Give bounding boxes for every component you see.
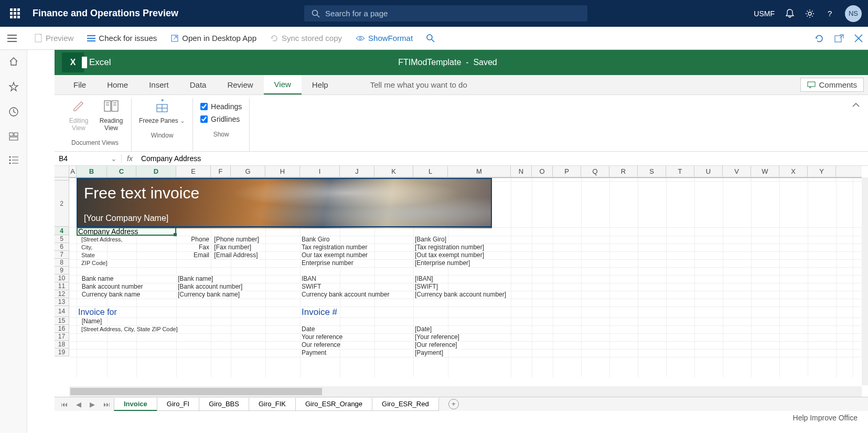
col-header-M[interactable]: M (448, 166, 511, 177)
col-header-D[interactable]: D (136, 166, 176, 177)
row-header[interactable]: 14 (55, 306, 69, 317)
row-header[interactable]: 15 (55, 317, 69, 325)
row-header[interactable]: 19 (55, 348, 69, 356)
select-all-corner[interactable] (55, 166, 69, 177)
row-header[interactable]: 13 (55, 298, 69, 306)
collapse-ribbon-icon[interactable] (848, 98, 864, 112)
col-header-T[interactable]: T (666, 166, 694, 177)
row-header[interactable]: 9 (55, 267, 69, 274)
app-launcher-icon[interactable] (6, 5, 23, 22)
user-avatar[interactable]: NS (845, 5, 862, 22)
col-header-B[interactable]: B (77, 166, 107, 177)
freeze-panes-button[interactable]: * Freeze Panes ⌄ (139, 98, 185, 124)
nav-toggle-icon[interactable] (7, 33, 20, 44)
tab-review[interactable]: Review (217, 75, 263, 94)
star-icon[interactable] (8, 81, 19, 92)
fx-icon[interactable]: fx (122, 154, 138, 163)
col-header-U[interactable]: U (694, 166, 723, 177)
tab-view[interactable]: View (264, 75, 302, 94)
sheet-tab-Giro_FIK[interactable]: Giro_FIK (249, 398, 296, 411)
row-header[interactable]: 4 (55, 227, 69, 235)
home-icon[interactable] (8, 56, 19, 67)
gear-icon[interactable] (805, 9, 815, 18)
row-header[interactable]: 17 (55, 333, 69, 341)
help-improve-link[interactable]: Help Improve Office (793, 414, 858, 422)
sheet-tab-Giro_BBS[interactable]: Giro_BBS (199, 398, 249, 411)
row-header[interactable]: 10 (55, 274, 69, 282)
row-header[interactable]: 16 (55, 325, 69, 333)
row-header[interactable]: 2 (55, 181, 69, 227)
open-desktop-button[interactable]: Open in Desktop App (170, 34, 256, 43)
formula-input[interactable]: Company Address (138, 154, 204, 163)
tab-insert[interactable]: Insert (138, 75, 179, 94)
col-header-Y[interactable]: Y (808, 166, 836, 177)
col-header-N[interactable]: N (511, 166, 532, 177)
tab-home[interactable]: Home (97, 75, 138, 94)
cell-content: [Bank name] (176, 275, 213, 283)
row-header[interactable]: 12 (55, 290, 69, 298)
headings-checkbox[interactable]: Headings (200, 102, 242, 111)
col-header-I[interactable]: I (300, 166, 340, 177)
col-header-S[interactable]: S (638, 166, 666, 177)
refresh-icon[interactable] (815, 34, 824, 43)
popout-icon[interactable] (834, 34, 844, 43)
horizontal-scrollbar[interactable] (69, 386, 862, 397)
last-sheet-icon[interactable]: ⏭ (99, 400, 114, 408)
gridlines-checkbox[interactable]: Gridlines (200, 115, 242, 123)
col-header-L[interactable]: L (413, 166, 448, 177)
row-header[interactable]: 5 (55, 235, 69, 243)
recent-icon[interactable] (8, 107, 19, 117)
col-header-W[interactable]: W (751, 166, 779, 177)
sheet-tab-Invoice[interactable]: Invoice (114, 398, 157, 411)
help-icon[interactable]: ? (825, 9, 834, 18)
tab-help[interactable]: Help (302, 75, 339, 94)
col-header-G[interactable]: G (231, 166, 265, 177)
col-header-R[interactable]: R (609, 166, 638, 177)
col-header-P[interactable]: P (553, 166, 581, 177)
row-header[interactable]: 11 (55, 282, 69, 290)
next-sheet-icon[interactable]: ▶ (85, 400, 99, 408)
col-header-O[interactable]: O (532, 166, 553, 177)
reading-view-button[interactable]: Reading View (99, 98, 124, 132)
close-icon[interactable] (854, 34, 863, 43)
workspace-icon[interactable] (8, 132, 19, 141)
sheet-tab-Giro_FI[interactable]: Giro_FI (157, 398, 199, 411)
row-header[interactable]: 7 (55, 251, 69, 259)
row-header[interactable]: 8 (55, 259, 69, 267)
comments-button[interactable]: Comments (800, 78, 864, 92)
global-search-input[interactable]: Search for a page (304, 5, 587, 22)
vertical-scrollbar[interactable] (862, 177, 868, 385)
tab-file[interactable]: File (63, 75, 97, 94)
col-header-H[interactable]: H (265, 166, 300, 177)
col-header-E[interactable]: E (176, 166, 211, 177)
sheet-tab-Giro_ESR_Orange[interactable]: Giro_ESR_Orange (295, 398, 372, 411)
cell-area[interactable]: Free text invoice [Your Company Name]Com… (69, 177, 862, 385)
row-header[interactable]: 18 (55, 341, 69, 348)
find-button[interactable] (426, 34, 435, 43)
prev-sheet-icon[interactable]: ◀ (72, 400, 85, 408)
editing-view-button[interactable]: Editing View (66, 98, 91, 132)
show-format-button[interactable]: ShowFormat (356, 34, 413, 43)
tab-data[interactable]: Data (179, 75, 217, 94)
preview-button[interactable]: Preview (35, 34, 73, 43)
col-header-X[interactable]: X (779, 166, 808, 177)
sheet-tab-Giro_ESR_Red[interactable]: Giro_ESR_Red (372, 398, 439, 411)
spreadsheet-grid[interactable]: ABCDEFGHIJKLMNOPQRSTUVWXY 24567891011121… (55, 166, 868, 397)
col-header-Q[interactable]: Q (581, 166, 609, 177)
col-header-J[interactable]: J (340, 166, 374, 177)
check-issues-button[interactable]: Check for issues (87, 34, 157, 43)
legal-entity[interactable]: USMF (754, 9, 775, 18)
col-header-A[interactable]: A (69, 166, 77, 177)
sync-button[interactable]: Sync stored copy (270, 34, 342, 43)
col-header-V[interactable]: V (723, 166, 751, 177)
add-sheet-button[interactable]: + (448, 399, 459, 409)
first-sheet-icon[interactable]: ⏮ (57, 400, 72, 408)
col-header-C[interactable]: C (107, 166, 136, 177)
col-header-F[interactable]: F (211, 166, 231, 177)
col-header-K[interactable]: K (374, 166, 413, 177)
bell-icon[interactable] (785, 9, 795, 18)
row-header[interactable]: 6 (55, 243, 69, 251)
name-box[interactable]: B4⌄ (55, 154, 122, 163)
tab-tellme[interactable]: Tell me what you want to do (360, 75, 478, 94)
list-icon[interactable] (9, 156, 18, 164)
